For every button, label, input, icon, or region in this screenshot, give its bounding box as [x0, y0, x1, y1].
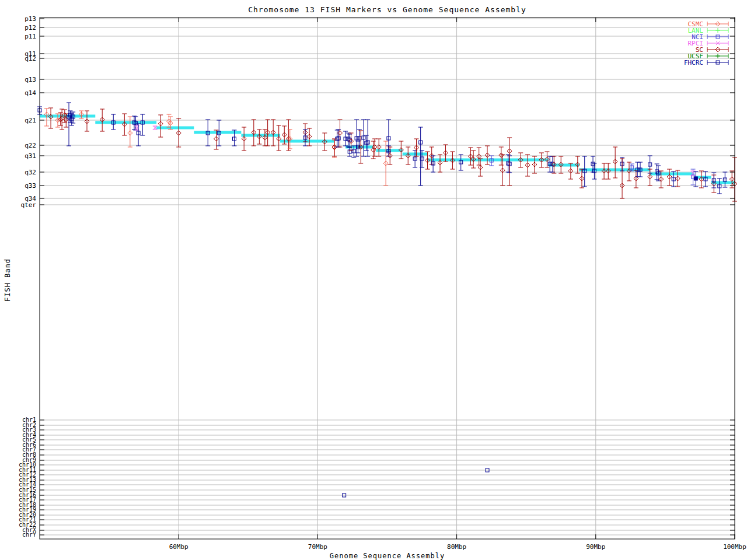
band-tick-label: q31: [25, 152, 36, 160]
legend-label: FHCRC: [684, 59, 703, 66]
plot-svg: 60Mbp70Mbp80Mbp90Mbp100Mbpp13p12p11q11q1…: [0, 0, 747, 560]
band-tick-label: q12: [25, 55, 36, 62]
band-tick-label: q14: [25, 89, 36, 97]
chart-canvas: 60Mbp70Mbp80Mbp90Mbp100Mbpp13p12p11q11q1…: [0, 0, 747, 560]
band-tick-label: q13: [25, 76, 36, 83]
band-tick-label: p12: [25, 24, 36, 32]
x-tick-label: 80Mbp: [447, 543, 466, 551]
band-tick-label: q33: [25, 182, 36, 190]
x-tick-label: 100Mbp: [723, 543, 746, 551]
band-tick-label: p13: [25, 15, 36, 23]
plot-border: [40, 18, 735, 539]
band-tick-label: q32: [25, 169, 36, 176]
y-axis-label: FISH Band: [4, 258, 12, 302]
x-tick-label: 90Mbp: [586, 543, 605, 551]
band-tick-label: q22: [25, 142, 36, 149]
fhcrc-data-point: [694, 177, 697, 180]
band-tick-label: qter: [21, 201, 37, 209]
x-axis-label: Genome Sequence Assembly: [40, 552, 735, 560]
chart-title: Chromosome 13 FISH Markers vs Genome Seq…: [40, 5, 735, 14]
chromosome-tick-label: chrY: [22, 531, 36, 538]
x-tick-label: 70Mbp: [308, 543, 327, 551]
band-tick-label: p11: [25, 33, 36, 40]
band-tick-label: q21: [25, 117, 36, 124]
x-tick-label: 60Mbp: [169, 543, 189, 551]
